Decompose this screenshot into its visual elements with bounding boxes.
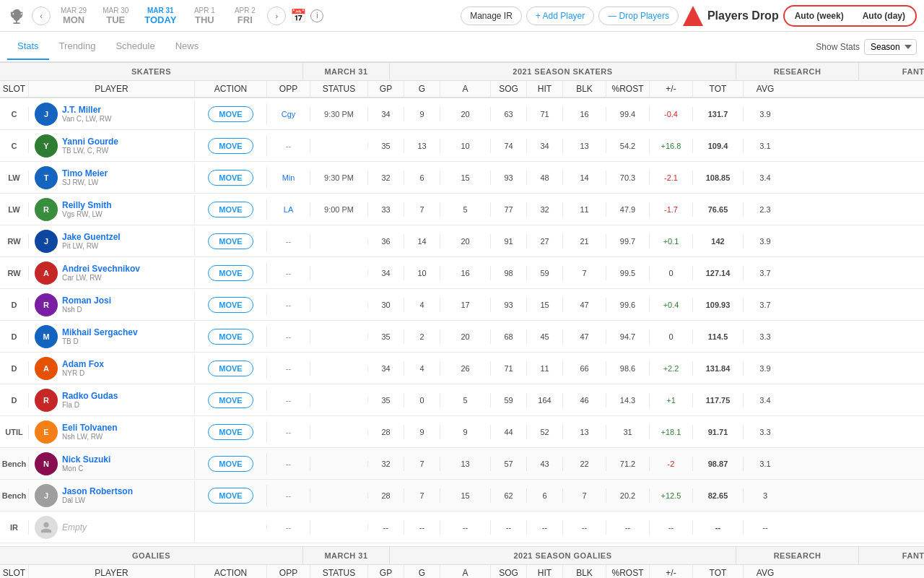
calendar-icon[interactable]: 📅	[290, 8, 306, 24]
player-name[interactable]: Andrei Svechnikov	[62, 264, 140, 274]
auto-day-button[interactable]: Auto (day)	[854, 7, 914, 25]
player-name[interactable]: Roman Josi	[62, 296, 111, 306]
move-button[interactable]: MOVE	[208, 361, 253, 376]
day-today[interactable]: MAR 31 TODAY	[139, 5, 182, 27]
avg-cell: 2.3	[744, 202, 787, 217]
stat-hit-cell: 71	[527, 107, 563, 121]
player-team: Nsh D	[62, 306, 111, 314]
season-select[interactable]: Season	[864, 39, 917, 55]
stat-blk-cell: 21	[563, 234, 606, 249]
move-button[interactable]: MOVE	[208, 233, 253, 249]
move-button[interactable]: MOVE	[208, 424, 253, 440]
player-name[interactable]: Jason Robertson	[62, 486, 133, 496]
rost-cell: 99.4	[606, 107, 650, 121]
player-name[interactable]: Eeli Tolvanen	[62, 423, 117, 433]
player-name[interactable]: Adam Fox	[62, 359, 104, 369]
move-button[interactable]: MOVE	[208, 138, 253, 154]
move-button[interactable]: MOVE	[208, 456, 253, 472]
day-fri[interactable]: APR 2 FRI	[227, 5, 263, 27]
tab-stats[interactable]: Stats	[7, 33, 49, 60]
stat-sog-cell: 91	[491, 234, 527, 249]
opp-cell: --	[267, 329, 310, 344]
drop-players-button[interactable]: — Drop Players	[598, 7, 679, 25]
stat-hit-cell: 59	[527, 266, 563, 280]
auto-week-button[interactable]: Auto (week)	[786, 7, 853, 25]
pm-cell: +1	[650, 393, 693, 407]
show-stats-label: Show Stats	[816, 42, 860, 52]
action-cell: MOVE	[195, 135, 267, 157]
status-cell: 9:30 PM	[310, 171, 368, 185]
stat-g-cell: 9	[404, 425, 440, 439]
player-name[interactable]: Jake Guentzel	[62, 232, 121, 242]
stat-sog-cell: 71	[491, 361, 527, 376]
action-cell: MOVE	[195, 199, 267, 220]
opp-cell: --	[267, 425, 310, 439]
avatar: R	[35, 389, 58, 412]
day-mon[interactable]: MAR 29 MON	[55, 5, 92, 27]
tab-schedule[interactable]: Schedule	[105, 33, 165, 60]
rost-cell: 99.7	[606, 234, 650, 249]
move-button[interactable]: MOVE	[208, 170, 253, 186]
prev-day-button[interactable]: ‹	[32, 7, 51, 25]
player-team: Mon C	[62, 465, 110, 473]
stat-gp-cell: 33	[368, 202, 404, 217]
move-button[interactable]: MOVE	[208, 265, 253, 281]
move-button[interactable]: MOVE	[208, 488, 253, 504]
avatar: J	[35, 230, 58, 253]
avatar: A	[35, 357, 58, 380]
next-day-button[interactable]: ›	[267, 7, 286, 25]
player-name[interactable]: Nick Suzuki	[62, 454, 110, 465]
move-button[interactable]: MOVE	[208, 392, 253, 408]
player-cell: MMikhail SergachevTB D	[29, 322, 195, 351]
info-icon[interactable]: i	[310, 9, 323, 22]
move-button[interactable]: MOVE	[208, 202, 253, 217]
tab-trending[interactable]: Trending	[49, 33, 106, 60]
avg-cell: 3.1	[744, 139, 787, 153]
slot-cell: D	[0, 393, 29, 407]
stat-a-cell: 10	[440, 139, 491, 153]
goalies-title: GOALIES	[0, 547, 303, 564]
trophy-icon[interactable]	[7, 6, 27, 26]
player-name[interactable]: Mikhail Sergachev	[62, 327, 138, 337]
skaters-research-header: RESEARCH	[736, 63, 859, 80]
day-thu[interactable]: APR 1 THU	[186, 5, 222, 27]
avg-cell: 3.9	[744, 234, 787, 249]
slot-cell: IR	[0, 520, 29, 535]
add-player-button[interactable]: + Add Player	[526, 7, 594, 25]
gch-pct-rost: %ROST	[606, 565, 650, 578]
player-name[interactable]: J.T. Miller	[62, 105, 111, 115]
player-name[interactable]: Timo Meier	[62, 168, 108, 178]
move-button[interactable]: MOVE	[208, 329, 253, 345]
stat-hit-cell: 32	[527, 202, 563, 217]
avatar: A	[35, 262, 58, 285]
status-cell	[310, 238, 368, 244]
tab-news[interactable]: News	[165, 33, 209, 60]
ch-player: PLAYER	[29, 81, 195, 97]
avg-cell: 3.9	[744, 361, 787, 376]
opp-cell: --	[267, 266, 310, 280]
opp-cell[interactable]: Cgy	[267, 107, 310, 121]
move-button[interactable]: MOVE	[208, 106, 253, 122]
player-name[interactable]: Radko Gudas	[62, 391, 118, 401]
rost-cell: 99.6	[606, 298, 650, 312]
opp-cell[interactable]: Min	[267, 171, 310, 185]
day-tue[interactable]: MAR 30 TUE	[97, 5, 134, 27]
move-button[interactable]: MOVE	[208, 297, 253, 313]
stat-a-cell: 16	[440, 266, 491, 280]
stat-a-cell: 17	[440, 298, 491, 312]
stat-sog-cell: 93	[491, 171, 527, 185]
player-name[interactable]: Reilly Smith	[62, 200, 112, 210]
pm-cell: 0	[650, 266, 693, 280]
action-cell: MOVE	[195, 326, 267, 348]
skaters-season-header: 2021 SEASON SKATERS	[390, 63, 736, 80]
status-cell	[310, 334, 368, 340]
action-cell: MOVE	[195, 262, 267, 284]
opp-cell[interactable]: LA	[267, 202, 310, 217]
slot-cell: Bench	[0, 488, 29, 503]
manage-ir-button[interactable]: Manage IR	[461, 7, 522, 25]
rost-cell: 94.7	[606, 329, 650, 344]
avg-cell: --	[744, 520, 787, 535]
player-name[interactable]: Yanni Gourde	[62, 137, 118, 147]
stat-g-cell: 10	[404, 266, 440, 280]
stat-blk-cell: 13	[563, 139, 606, 153]
